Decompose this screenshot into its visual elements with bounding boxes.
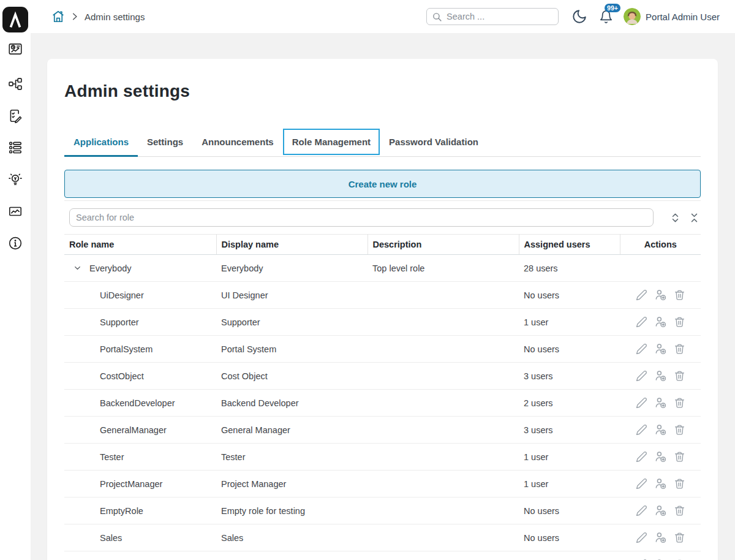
table-row-backenddeveloper: BackendDeveloperBackend Developer2 users [64, 390, 701, 417]
global-search [426, 8, 559, 25]
top-header: Admin settings 99+ [31, 0, 735, 33]
edit-role-button[interactable] [636, 478, 647, 490]
role-search-input[interactable] [69, 208, 654, 227]
delete-role-button[interactable] [674, 478, 685, 490]
tab-role-management[interactable]: Role Management [283, 129, 380, 157]
user-add-icon [654, 289, 667, 301]
edit-role-button[interactable] [636, 343, 647, 355]
assign-users-role-button[interactable] [654, 342, 667, 355]
breadcrumb-current: Admin settings [85, 12, 145, 22]
header-actions: 99+ Portal Admin User [426, 8, 720, 25]
row-actions [625, 417, 696, 443]
edit-role-button[interactable] [636, 370, 647, 382]
table-row-supporter: SupporterSupporter1 user [64, 309, 701, 336]
pencil-icon [636, 478, 647, 490]
assign-users-role-button[interactable] [654, 316, 667, 328]
edit-role-button[interactable] [636, 289, 647, 301]
tab-applications[interactable]: Applications [64, 129, 138, 157]
delete-role-button[interactable] [674, 289, 685, 301]
delete-role-button[interactable] [674, 370, 685, 382]
table-row-uidesigner: UiDesignerUI DesignerNo users [64, 282, 701, 309]
user-add-icon [654, 531, 667, 544]
assign-users-role-button[interactable] [654, 369, 667, 382]
edit-role-button[interactable] [636, 505, 647, 516]
sidebar-item-dashboard[interactable] [0, 41, 31, 57]
chevron-right-icon [70, 12, 79, 21]
role-description [368, 498, 519, 524]
delete-role-button[interactable] [674, 505, 685, 516]
role-name: BackendDeveloper [100, 398, 175, 408]
role-assigned-users: 2 users [519, 551, 620, 560]
dark-mode-toggle[interactable] [571, 9, 587, 25]
trash-icon [674, 424, 685, 436]
role-assigned-users: No users [519, 336, 620, 363]
trash-icon [674, 478, 685, 490]
trash-icon [674, 505, 685, 516]
tree-collapse-toggle[interactable] [73, 263, 82, 273]
divider [64, 200, 701, 201]
table-row-emptyrole: EmptyRoleEmpty role for testingNo users [64, 498, 701, 524]
user-add-icon [654, 477, 667, 490]
sidebar-item-statistics[interactable] [0, 203, 31, 219]
edit-role-button[interactable] [636, 451, 647, 463]
assign-users-role-button[interactable] [654, 450, 667, 463]
avatar[interactable] [624, 8, 641, 25]
statistics-icon [7, 203, 23, 219]
user-add-icon [654, 342, 667, 355]
home-icon[interactable] [51, 10, 65, 23]
tab-password-validation[interactable]: Password Validation [380, 129, 488, 157]
sidebar-item-cases[interactable] [0, 140, 31, 156]
role-name: Sales [100, 533, 122, 543]
role-search-row [64, 208, 701, 227]
row-actions [625, 471, 696, 497]
user-add-icon [654, 369, 667, 382]
pencil-icon [636, 424, 647, 436]
delete-role-button[interactable] [674, 316, 685, 328]
collapse-all-button[interactable] [688, 211, 701, 224]
admin-settings-card: Admin settings ApplicationsSettingsAnnou… [47, 59, 718, 560]
notifications-button[interactable]: 99+ [599, 10, 613, 24]
user-name[interactable]: Portal Admin User [646, 12, 720, 22]
role-description [368, 551, 519, 560]
pencil-icon [636, 397, 647, 409]
create-new-role-button[interactable]: Create new role [64, 170, 701, 198]
delete-role-button[interactable] [674, 397, 685, 409]
sidebar-item-about[interactable] [0, 235, 31, 251]
tab-announcements[interactable]: Announcements [192, 129, 283, 157]
tab-settings[interactable]: Settings [138, 129, 192, 157]
sidebar-item-tasks[interactable] [0, 108, 31, 124]
edit-role-button[interactable] [636, 532, 647, 543]
role-display-name: Supporter [216, 309, 368, 336]
assign-users-role-button[interactable] [654, 504, 667, 517]
row-actions [625, 498, 696, 524]
ideas-icon [7, 172, 23, 187]
role-assigned-users: 1 user [519, 309, 620, 336]
edit-role-button[interactable] [636, 424, 647, 436]
admin-tabs: ApplicationsSettingsAnnouncementsRole Ma… [64, 129, 701, 157]
row-actions [625, 390, 696, 416]
pencil-icon [636, 370, 647, 382]
edit-role-button[interactable] [636, 397, 647, 409]
sidebar-item-ideas[interactable] [0, 172, 31, 187]
assign-users-role-button[interactable] [654, 396, 667, 409]
delete-role-button[interactable] [674, 424, 685, 436]
role-display-name: Sales [216, 524, 368, 551]
delete-role-button[interactable] [674, 532, 685, 543]
assign-users-role-button[interactable] [654, 423, 667, 436]
role-name: GeneralManager [100, 425, 167, 435]
edit-role-button[interactable] [636, 316, 647, 328]
global-search-input[interactable] [447, 12, 553, 21]
role-description [368, 282, 519, 309]
page-title: Admin settings [64, 81, 701, 101]
column-header-role-name: Role name [64, 235, 216, 255]
delete-role-button[interactable] [674, 343, 685, 355]
assign-users-role-button[interactable] [654, 477, 667, 490]
delete-role-button[interactable] [674, 451, 685, 463]
table-row-costobject: CostObjectCost Object3 users [64, 363, 701, 390]
assign-users-role-button[interactable] [654, 531, 667, 544]
collapse-all-icon [688, 211, 701, 224]
sidebar-item-processes[interactable] [0, 76, 31, 92]
expand-all-button[interactable] [669, 211, 682, 224]
assign-users-role-button[interactable] [654, 289, 667, 301]
app-logo[interactable] [2, 7, 28, 32]
